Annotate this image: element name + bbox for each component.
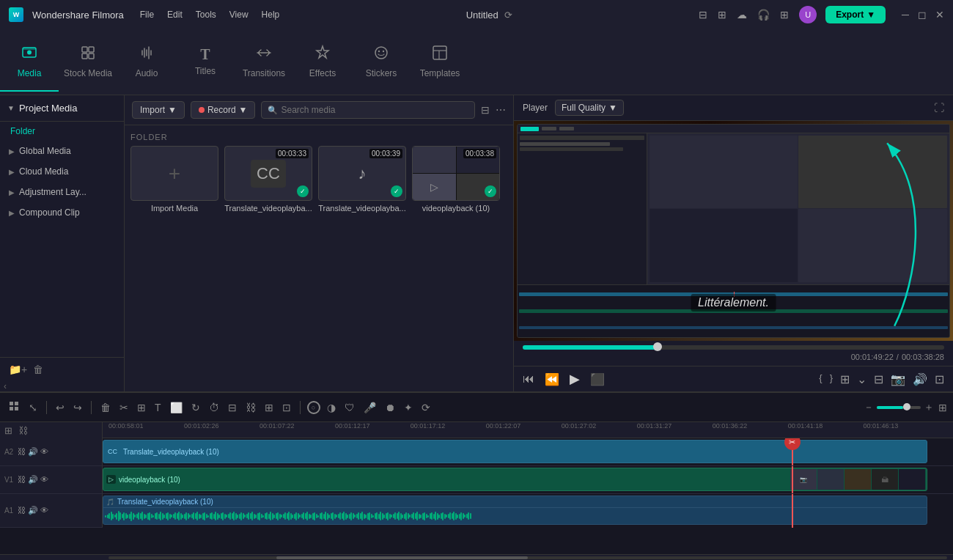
- media-item-video1[interactable]: 00:03:38 ▷ ✓ videoplayback (10): [412, 146, 500, 213]
- track-link-icon[interactable]: ⛓: [18, 506, 26, 515]
- group-tool[interactable]: ⊞: [262, 399, 276, 416]
- more-options-icon[interactable]: ⋯: [496, 104, 506, 116]
- color-tool[interactable]: ◑: [325, 399, 338, 416]
- cloud-icon[interactable]: ☁: [737, 9, 747, 21]
- crop-tool[interactable]: ⊞: [135, 399, 148, 416]
- track-speaker-icon[interactable]: 🔊: [28, 475, 38, 485]
- settings-icon[interactable]: ⊡: [935, 372, 944, 386]
- media-item-translate1[interactable]: 00:03:33 CC ✓ Translate_videoplayba...: [224, 146, 312, 213]
- delete-folder-icon[interactable]: 🗑: [33, 364, 43, 375]
- loop-tool[interactable]: ↻: [189, 399, 202, 416]
- motion-tool[interactable]: ⟳: [419, 399, 433, 416]
- track-link-icon[interactable]: ⛓: [18, 447, 26, 457]
- add-folder-icon[interactable]: 📁+: [9, 364, 27, 375]
- go-start-button[interactable]: ⏮: [523, 372, 534, 386]
- headphone-icon[interactable]: 🎧: [757, 9, 770, 21]
- add-to-timeline-icon[interactable]: ⊞: [840, 372, 850, 386]
- record-button[interactable]: Record ▼: [191, 101, 256, 119]
- maximize-button[interactable]: ◻: [918, 9, 927, 21]
- menu-help[interactable]: Help: [262, 10, 280, 20]
- import-button[interactable]: Import ▼: [132, 101, 185, 119]
- mark-out-icon[interactable]: }: [830, 372, 833, 386]
- toolbar-transitions[interactable]: Transitions: [235, 33, 293, 92]
- translate2-thumb[interactable]: 00:03:39 ♪ ✓: [318, 146, 406, 201]
- link-timeline-icon[interactable]: ⛓: [18, 425, 28, 436]
- text-tool[interactable]: T: [152, 399, 163, 416]
- media-item-translate2[interactable]: 00:03:39 ♪ ✓ Translate_videoplayba...: [318, 146, 406, 213]
- redo-tool[interactable]: ↪: [71, 399, 84, 416]
- h-scrollbar[interactable]: [108, 556, 947, 559]
- menu-tools[interactable]: Tools: [196, 10, 216, 20]
- zoom-thumb[interactable]: [903, 403, 910, 410]
- mic-tool[interactable]: 🎤: [361, 399, 378, 416]
- progress-thumb[interactable]: [653, 342, 662, 351]
- track-link-icon[interactable]: ⛓: [18, 475, 26, 485]
- fullscreen-icon[interactable]: ⛶: [934, 102, 944, 114]
- export-button[interactable]: Export ▼: [825, 6, 886, 23]
- link-tool[interactable]: ⛓: [243, 399, 258, 416]
- toolbar-audio[interactable]: Audio: [117, 33, 176, 92]
- toolbar-titles[interactable]: T Titles: [176, 33, 235, 92]
- translate1-thumb[interactable]: 00:03:33 CC ✓: [224, 146, 312, 201]
- import-thumb[interactable]: +: [130, 146, 218, 201]
- zoom-in-button[interactable]: ＋: [924, 401, 934, 414]
- ai-tool[interactable]: ✦: [402, 399, 415, 416]
- screen-icon[interactable]: ⊟: [699, 9, 707, 21]
- voice-tool[interactable]: ⏺: [383, 399, 397, 416]
- cut-tool[interactable]: ✂: [117, 399, 130, 416]
- mask-tool[interactable]: ⬜: [168, 399, 185, 416]
- menu-view[interactable]: View: [229, 10, 249, 20]
- select-tool[interactable]: ⤡: [26, 399, 40, 416]
- play-button[interactable]: ▶: [570, 371, 580, 387]
- track-eye-icon[interactable]: 👁: [40, 447, 48, 457]
- stop-button[interactable]: ⬛: [590, 372, 605, 386]
- toolbar-media[interactable]: Media: [0, 33, 59, 92]
- undo-tool[interactable]: ↩: [54, 399, 67, 416]
- color-match-tool[interactable]: ○: [307, 401, 320, 414]
- clip-a2[interactable]: CC Translate_videoplayback (10): [103, 440, 927, 463]
- menu-edit[interactable]: Edit: [167, 10, 183, 20]
- track-eye-icon[interactable]: 👁: [40, 475, 48, 485]
- sidebar-folder[interactable]: Folder: [0, 122, 124, 141]
- toolbar-templates[interactable]: Templates: [411, 33, 469, 92]
- video1-thumb[interactable]: 00:03:38 ▷ ✓: [412, 146, 500, 201]
- chevron-down[interactable]: ⌄: [857, 372, 866, 386]
- quality-select[interactable]: Full Quality ▼: [555, 100, 624, 116]
- close-button[interactable]: ✕: [935, 9, 944, 21]
- filter-icon[interactable]: ⊟: [481, 104, 490, 116]
- progress-bar[interactable]: [523, 345, 944, 350]
- sidebar-collapse-button[interactable]: ‹: [0, 381, 10, 391]
- add-track-icon[interactable]: ⊞: [4, 425, 12, 436]
- media-item-import[interactable]: + Import Media: [130, 146, 218, 213]
- tl-scroll-bar[interactable]: [103, 555, 953, 560]
- layout-icon[interactable]: ⊞: [718, 9, 726, 21]
- adjust-tool[interactable]: ⊟: [226, 399, 239, 416]
- user-avatar[interactable]: U: [799, 6, 817, 23]
- clip-a1[interactable]: 🎵 Translate_videoplayback (10) // Will b…: [103, 495, 927, 525]
- zoom-out-button[interactable]: －: [864, 401, 874, 414]
- track-eye-icon[interactable]: 👁: [40, 506, 48, 515]
- minimize-button[interactable]: ─: [902, 9, 909, 21]
- menu-file[interactable]: File: [140, 10, 154, 20]
- track-speaker-icon[interactable]: 🔊: [28, 506, 38, 515]
- toolbar-stock[interactable]: Stock Media: [59, 33, 117, 92]
- prev-frame-button[interactable]: ⏪: [545, 372, 559, 386]
- screenshot-icon[interactable]: 📷: [891, 372, 905, 386]
- volume-icon[interactable]: 🔊: [913, 372, 927, 386]
- sidebar-project-media[interactable]: ▼ Project Media: [0, 95, 124, 122]
- grid-view-icon[interactable]: ⊞: [938, 402, 947, 413]
- timer-tool[interactable]: ⏱: [207, 399, 221, 416]
- snap-tool[interactable]: [6, 398, 22, 416]
- screen-mode-icon[interactable]: ⊟: [874, 372, 883, 386]
- h-scroll-thumb[interactable]: [276, 556, 528, 559]
- toolbar-effects[interactable]: Effects: [293, 33, 352, 92]
- mark-in-icon[interactable]: {: [819, 372, 822, 386]
- sidebar-item-adjustment[interactable]: ▶ Adjustment Lay...: [0, 182, 124, 202]
- delete-tool[interactable]: 🗑: [98, 399, 113, 416]
- sidebar-item-global-media[interactable]: ▶ Global Media: [0, 141, 124, 161]
- shield-tool[interactable]: 🛡: [342, 399, 357, 416]
- track-speaker-icon[interactable]: 🔊: [28, 447, 38, 457]
- toolbar-stickers[interactable]: Stickers: [352, 33, 411, 92]
- search-input[interactable]: [281, 105, 468, 115]
- sidebar-item-cloud-media[interactable]: ▶ Cloud Media: [0, 161, 124, 182]
